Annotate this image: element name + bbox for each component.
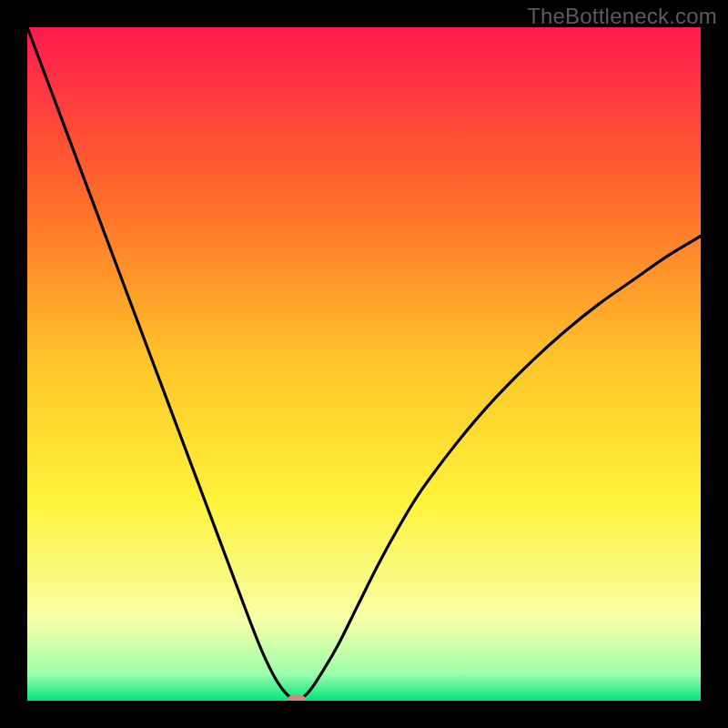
plot-area [27, 27, 701, 701]
chart-svg [27, 27, 701, 701]
watermark-text: TheBottleneck.com [527, 4, 717, 29]
chart-frame: TheBottleneck.com [0, 0, 728, 728]
chart-background-gradient [27, 27, 701, 701]
trough-marker [288, 695, 306, 701]
